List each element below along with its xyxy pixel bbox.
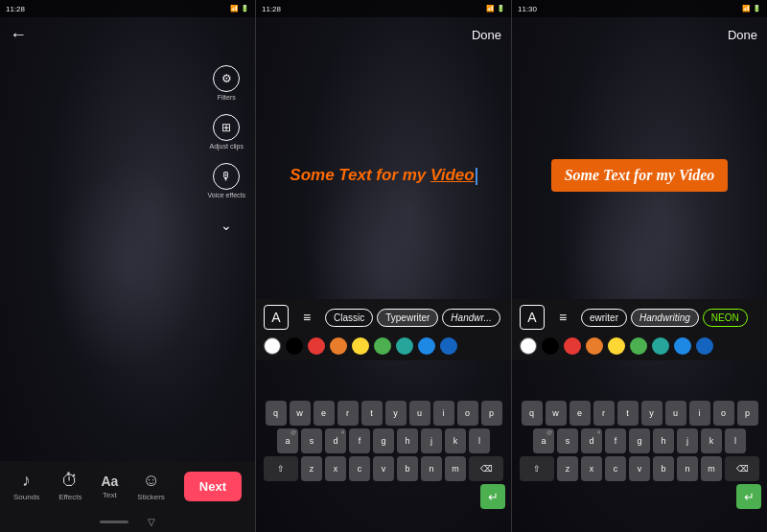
color-orange-2[interactable]: [330, 337, 347, 355]
text-box-3[interactable]: Some Text for my Video: [551, 159, 729, 192]
font-pill-neon-3[interactable]: NEON: [703, 309, 748, 327]
kb-b-2[interactable]: b: [397, 456, 418, 481]
text-align-icon-3[interactable]: A: [520, 305, 545, 330]
kb-backspace-3[interactable]: ⌫: [725, 456, 759, 481]
kb-h-2[interactable]: h: [397, 428, 418, 453]
kb-b-3[interactable]: b: [653, 456, 674, 481]
kb-shift-3[interactable]: ⇧: [520, 456, 554, 481]
kb-k-3[interactable]: k: [701, 428, 722, 453]
kb-i-2[interactable]: i: [433, 401, 454, 426]
color-darkblue-3[interactable]: [696, 337, 713, 355]
kb-j-2[interactable]: j: [421, 428, 442, 453]
kb-r-2[interactable]: r: [337, 401, 359, 426]
canvas-2[interactable]: Some Text for my Video: [256, 52, 511, 299]
text-btn[interactable]: Aa Text: [101, 474, 118, 499]
color-black-3[interactable]: [542, 337, 559, 355]
effects-btn[interactable]: ⏱ Effects: [58, 471, 81, 501]
adjust-clips-icon-item[interactable]: ⊞ Adjust clips: [210, 114, 244, 150]
kb-f-3[interactable]: f: [605, 428, 626, 453]
kb-u-2[interactable]: u: [409, 401, 430, 426]
color-blue-2[interactable]: [418, 337, 435, 355]
kb-i-3[interactable]: i: [689, 401, 710, 426]
color-white-3[interactable]: [520, 337, 537, 355]
kb-x-3[interactable]: x: [581, 456, 602, 481]
kb-f-2[interactable]: f: [349, 428, 370, 453]
kb-l-2[interactable]: l: [469, 428, 490, 453]
kb-o-2[interactable]: o: [457, 401, 478, 426]
done-button-3[interactable]: Done: [728, 28, 757, 42]
kb-shift-2[interactable]: ⇧: [264, 456, 298, 481]
kb-p-2[interactable]: p: [481, 401, 502, 426]
kb-s-2[interactable]: s: [301, 428, 322, 453]
kb-k-2[interactable]: k: [445, 428, 466, 453]
color-teal-2[interactable]: [396, 337, 413, 355]
kb-r-3[interactable]: r: [593, 401, 615, 426]
back-arrow-icon[interactable]: ←: [10, 25, 27, 45]
sounds-btn[interactable]: ♪ Sounds: [13, 471, 39, 501]
kb-z-2[interactable]: z: [301, 456, 322, 481]
kb-enter-3[interactable]: ↵: [736, 484, 761, 509]
color-green-2[interactable]: [374, 337, 391, 355]
color-red-3[interactable]: [564, 337, 581, 355]
kb-o-3[interactable]: o: [713, 401, 734, 426]
kb-q-3[interactable]: q: [522, 401, 543, 426]
kb-p-3[interactable]: p: [737, 401, 758, 426]
kb-n-2[interactable]: n: [421, 456, 442, 481]
kb-x-2[interactable]: x: [325, 456, 346, 481]
font-pill-handwr-2[interactable]: Handwr...: [442, 309, 500, 327]
color-yellow-2[interactable]: [352, 337, 369, 355]
kb-j-3[interactable]: j: [677, 428, 698, 453]
text-overlay-2[interactable]: Some Text for my Video: [290, 166, 476, 185]
color-orange-3[interactable]: [586, 337, 603, 355]
color-yellow-3[interactable]: [608, 337, 625, 355]
font-pill-ewriter-3[interactable]: ewriter: [581, 309, 627, 327]
kb-m-2[interactable]: m: [445, 456, 466, 481]
nav-back-icon[interactable]: ▽: [148, 517, 155, 527]
stickers-btn[interactable]: ☺ Stickers: [137, 471, 164, 501]
kb-d-3[interactable]: d4: [581, 428, 602, 453]
kb-t-2[interactable]: t: [361, 401, 383, 426]
kb-e-3[interactable]: e: [569, 401, 591, 426]
canvas-3[interactable]: Some Text for my Video: [512, 52, 767, 299]
kb-backspace-2[interactable]: ⌫: [469, 456, 503, 481]
align-lines-icon-2[interactable]: ≡: [294, 305, 319, 330]
kb-v-2[interactable]: v: [373, 456, 394, 481]
kb-a-2[interactable]: a@: [277, 428, 298, 453]
kb-z-3[interactable]: z: [557, 456, 578, 481]
kb-y-3[interactable]: y: [641, 401, 662, 426]
kb-g-2[interactable]: g: [373, 428, 394, 453]
color-darkblue-2[interactable]: [440, 337, 457, 355]
kb-s-3[interactable]: s: [557, 428, 578, 453]
text-align-icon-2[interactable]: A: [264, 305, 289, 330]
kb-q-2[interactable]: q: [266, 401, 287, 426]
kb-m-3[interactable]: m: [701, 456, 722, 481]
color-black-2[interactable]: [286, 337, 303, 355]
done-button-2[interactable]: Done: [472, 28, 501, 42]
kb-g-3[interactable]: g: [629, 428, 650, 453]
kb-v-3[interactable]: v: [629, 456, 650, 481]
font-pill-handwriting-3[interactable]: Handwriting: [631, 309, 699, 327]
kb-l-3[interactable]: l: [725, 428, 746, 453]
font-pill-typewriter-2[interactable]: Typewriter: [377, 309, 438, 327]
kb-c-3[interactable]: c: [605, 456, 626, 481]
color-white-2[interactable]: [264, 337, 281, 355]
next-button[interactable]: Next: [184, 472, 242, 501]
kb-y-2[interactable]: y: [385, 401, 407, 426]
kb-h-3[interactable]: h: [653, 428, 674, 453]
font-pill-classic-2[interactable]: Classic: [325, 309, 373, 327]
color-red-2[interactable]: [308, 337, 325, 355]
kb-u-3[interactable]: u: [665, 401, 686, 426]
kb-t-3[interactable]: t: [617, 401, 639, 426]
kb-e-2[interactable]: e: [314, 401, 335, 426]
color-blue-3[interactable]: [674, 337, 691, 355]
kb-a-3[interactable]: a@: [533, 428, 554, 453]
kb-w-3[interactable]: w: [546, 401, 567, 426]
kb-c-2[interactable]: c: [349, 456, 370, 481]
kb-enter-2[interactable]: ↵: [480, 484, 505, 509]
color-green-3[interactable]: [630, 337, 647, 355]
color-teal-3[interactable]: [652, 337, 669, 355]
kb-w-2[interactable]: w: [290, 401, 311, 426]
filters-icon-item[interactable]: ⚙ Filters: [213, 65, 240, 101]
kb-d-2[interactable]: d4: [325, 428, 346, 453]
chevron-down-icon[interactable]: ⌄: [221, 218, 232, 233]
